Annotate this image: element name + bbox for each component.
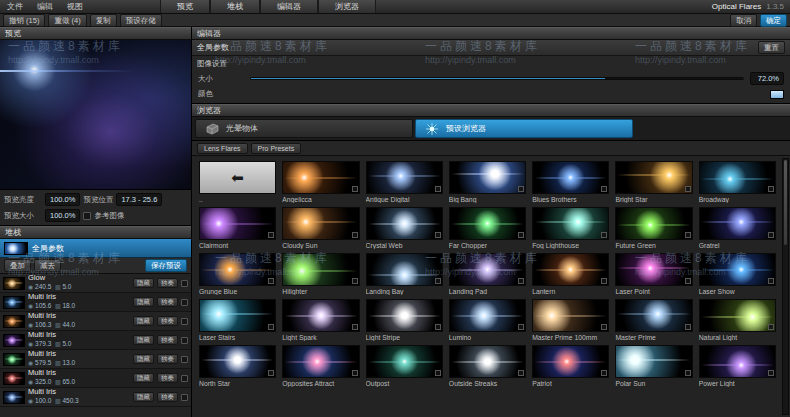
stack-item-checkbox[interactable]: [181, 356, 188, 363]
tab-editor[interactable]: 编辑器: [260, 0, 318, 13]
preset-thumbnail[interactable]: [366, 299, 443, 332]
preset-thumbnail[interactable]: [699, 253, 776, 286]
tab-flare-objects[interactable]: 光晕物体: [195, 119, 413, 138]
stack-row[interactable]: Multi Iris ◉ 105.6 ▥ 18.0 隐藏 独奏: [0, 293, 191, 312]
preset-item[interactable]: Light Stripe: [366, 299, 443, 341]
ok-button[interactable]: 确定: [760, 14, 787, 27]
preset-item[interactable]: Gratrel: [699, 207, 776, 249]
preset-item[interactable]: Cloudy Sun: [282, 207, 359, 249]
preset-item[interactable]: Clairmont: [199, 207, 276, 249]
preset-thumbnail[interactable]: [282, 207, 359, 240]
preset-item[interactable]: Lumino: [449, 299, 526, 341]
preset-thumbnail[interactable]: [199, 253, 276, 286]
blend-add-button[interactable]: 叠加: [4, 259, 31, 272]
preset-store-button[interactable]: 预设存储: [120, 14, 162, 27]
hide-button[interactable]: 隐藏: [133, 392, 154, 402]
preset-thumbnail[interactable]: [532, 253, 609, 286]
preset-item[interactable]: Crystal Web: [366, 207, 443, 249]
preset-thumbnail[interactable]: [699, 299, 776, 332]
solo-button[interactable]: 独奏: [157, 297, 178, 307]
stack-item-checkbox[interactable]: [181, 375, 188, 382]
hide-button[interactable]: 隐藏: [133, 335, 154, 345]
preset-item[interactable]: Broadway: [699, 161, 776, 203]
preset-thumbnail[interactable]: [615, 161, 692, 194]
preset-item[interactable]: Future Green: [615, 207, 692, 249]
preset-item[interactable]: Master Prime: [615, 299, 692, 341]
size-slider[interactable]: [250, 77, 744, 80]
preset-thumbnail[interactable]: [366, 161, 443, 194]
preset-item[interactable]: Lantern: [532, 253, 609, 295]
browser-scrollbar-thumb[interactable]: [784, 160, 787, 245]
preset-item[interactable]: Outside Streaks: [449, 345, 526, 387]
preset-item[interactable]: Master Prime 100mm: [532, 299, 609, 341]
preset-thumbnail[interactable]: [449, 207, 526, 240]
back-cell[interactable]: ⬅ ..: [199, 161, 276, 203]
preset-thumbnail[interactable]: [282, 161, 359, 194]
tab-browser[interactable]: 浏览器: [318, 0, 376, 13]
preset-thumbnail[interactable]: [615, 299, 692, 332]
preset-item[interactable]: North Star: [199, 345, 276, 387]
preset-thumbnail[interactable]: [699, 161, 776, 194]
preset-item[interactable]: Opposites Attract: [282, 345, 359, 387]
tab-preset-browser[interactable]: 预设浏览器: [415, 119, 633, 138]
preset-thumbnail[interactable]: [532, 345, 609, 378]
preset-item[interactable]: Power Light: [699, 345, 776, 387]
preset-thumbnail[interactable]: [532, 161, 609, 194]
preset-thumbnail[interactable]: [615, 345, 692, 378]
preset-item[interactable]: Laser Point: [615, 253, 692, 295]
preset-item[interactable]: Laser Stairs: [199, 299, 276, 341]
preset-item[interactable]: Landing Pad: [449, 253, 526, 295]
preset-item[interactable]: Angelicca: [282, 161, 359, 203]
preview-brightness-value[interactable]: 100.0%: [45, 193, 80, 206]
cancel-button[interactable]: 取消: [730, 14, 757, 27]
stack-global-row[interactable]: 全局参数: [0, 239, 191, 258]
stack-row[interactable]: Multi Iris ◉ 379.3 ▥ 5.0 隐藏 独奏: [0, 331, 191, 350]
preset-item[interactable]: Patriot: [532, 345, 609, 387]
solo-button[interactable]: 独奏: [157, 335, 178, 345]
stack-row[interactable]: Multi Iris ◉ 325.0 ▥ 65.0 隐藏 独奏: [0, 369, 191, 388]
preset-item[interactable]: Blues Brothers: [532, 161, 609, 203]
back-thumbnail[interactable]: ⬅: [199, 161, 276, 194]
preset-thumbnail[interactable]: [449, 253, 526, 286]
hide-button[interactable]: 隐藏: [133, 316, 154, 326]
preset-thumbnail[interactable]: [449, 345, 526, 378]
stack-row[interactable]: Glow ◉ 240.5 ▥ 5.0 隐藏 独奏: [0, 274, 191, 293]
solo-button[interactable]: 独奏: [157, 316, 178, 326]
tab-stack[interactable]: 堆栈: [210, 0, 260, 13]
preset-thumbnail[interactable]: [199, 207, 276, 240]
preset-item[interactable]: Outpost: [366, 345, 443, 387]
preset-thumbnail[interactable]: [199, 299, 276, 332]
preset-item[interactable]: Polar Sun: [615, 345, 692, 387]
blend-subtract-button[interactable]: 减去: [34, 259, 61, 272]
preset-thumbnail[interactable]: [699, 345, 776, 378]
preset-thumbnail[interactable]: [282, 345, 359, 378]
solo-button[interactable]: 独奏: [157, 392, 178, 402]
hide-button[interactable]: 隐藏: [133, 373, 154, 383]
preset-item[interactable]: Fog Lighthouse: [532, 207, 609, 249]
preset-item[interactable]: Light Spark: [282, 299, 359, 341]
preset-item[interactable]: Grunge Blue: [199, 253, 276, 295]
preset-thumbnail[interactable]: [699, 207, 776, 240]
preview-scale-value[interactable]: 100.0%: [45, 209, 80, 222]
menu-file[interactable]: 文件: [0, 0, 30, 13]
preset-thumbnail[interactable]: [449, 161, 526, 194]
preset-thumbnail[interactable]: [199, 345, 276, 378]
hide-button[interactable]: 隐藏: [133, 297, 154, 307]
stack-item-checkbox[interactable]: [181, 394, 188, 401]
preset-item[interactable]: Laser Show: [699, 253, 776, 295]
preset-item[interactable]: Big Bang: [449, 161, 526, 203]
breadcrumb-pro-presets[interactable]: Pro Presets: [251, 143, 302, 154]
tab-preview[interactable]: 预览: [160, 0, 210, 13]
stack-item-checkbox[interactable]: [181, 280, 188, 287]
menu-edit[interactable]: 编辑: [30, 0, 60, 13]
stack-item-checkbox[interactable]: [181, 337, 188, 344]
hide-button[interactable]: 隐藏: [133, 354, 154, 364]
hide-button[interactable]: 隐藏: [133, 278, 154, 288]
preset-item[interactable]: Antique Digital: [366, 161, 443, 203]
solo-button[interactable]: 独奏: [157, 278, 178, 288]
browser-scrollbar[interactable]: [782, 158, 789, 415]
stack-item-checkbox[interactable]: [181, 318, 188, 325]
preset-thumbnail[interactable]: [615, 253, 692, 286]
save-preset-button[interactable]: 保存预设: [145, 259, 187, 272]
preset-thumbnail[interactable]: [366, 345, 443, 378]
